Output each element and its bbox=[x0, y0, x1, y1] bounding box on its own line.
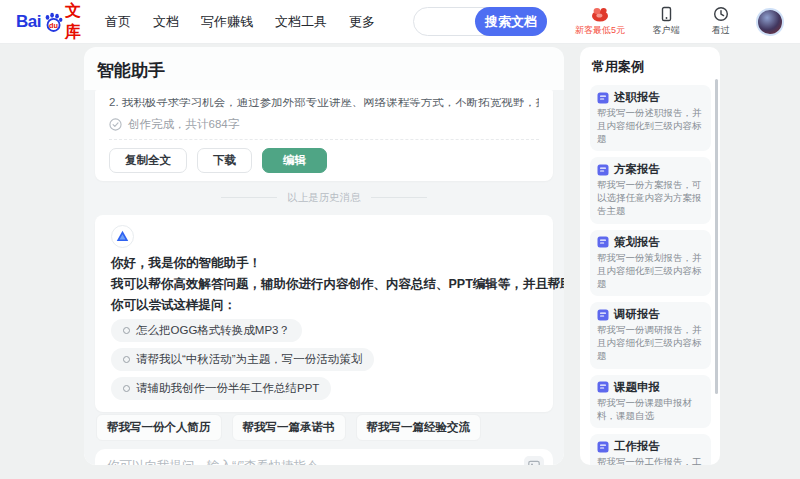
case-desc: 帮我写一份调研报告，并且内容细化到三级内容标题 bbox=[597, 324, 704, 362]
copy-full-text-button[interactable]: 复制全文 bbox=[109, 148, 187, 173]
suggestion-half-year-ppt[interactable]: 请辅助我创作一份半年工作总结PPT bbox=[111, 377, 331, 400]
creation-status-text: 创作完成，共计684字 bbox=[128, 117, 239, 132]
suggestion-bullet-icon bbox=[123, 356, 130, 363]
promo-gift-icon bbox=[590, 6, 610, 22]
check-circle-icon bbox=[109, 118, 122, 131]
promo-label: 新客最低5元 bbox=[575, 24, 625, 37]
assistant-greeting-line-2: 我可以帮你高效解答问题，辅助你进行内容创作、内容总结、PPT编辑等，并且帮助你激… bbox=[111, 275, 537, 293]
page-title: 智能助手 bbox=[84, 53, 564, 90]
quick-prompt-row: 帮我写一份个人简历 帮我写一篇承诺书 帮我写一篇经验交流 bbox=[95, 412, 553, 449]
suggestion-label: 怎么把OGG格式转换成MP3？ bbox=[136, 323, 290, 338]
baidu-paw-icon: du bbox=[42, 11, 64, 33]
nav-item-docs[interactable]: 文档 bbox=[153, 13, 179, 31]
history-message-card: 2. 我积极寻求学习机会，通过参加外部专业讲座、网络课程等方式，不断拓宽视野，提… bbox=[95, 90, 553, 181]
case-title: 述职报告 bbox=[614, 90, 660, 105]
case-card-research-report[interactable]: 调研报告 帮我写一份调研报告，并且内容细化到三级内容标题 bbox=[590, 302, 711, 368]
case-title: 调研报告 bbox=[614, 307, 660, 322]
sidebar-title: 常用案例 bbox=[592, 58, 711, 76]
nav-item-doc-tools[interactable]: 文档工具 bbox=[275, 13, 327, 31]
assistant-greeting-line-3: 你可以尝试这样提问： bbox=[111, 296, 537, 314]
search-docs-button[interactable]: 搜索文档 bbox=[475, 7, 547, 36]
suggestion-label: 请辅助我创作一份半年工作总结PPT bbox=[136, 381, 319, 396]
doc-icon bbox=[597, 236, 609, 248]
top-navbar: Bai du 文库 首页 文档 写作赚钱 文档工具 更多 搜索文档 bbox=[0, 0, 800, 44]
sidebar-scrollbar[interactable] bbox=[715, 79, 718, 394]
user-avatar[interactable] bbox=[756, 8, 784, 36]
suggestion-label: 请帮我以“中秋活动”为主题，写一份活动策划 bbox=[136, 352, 362, 367]
quick-prompt-commitment[interactable]: 帮我写一篇承诺书 bbox=[232, 414, 346, 441]
history-divider-row: 以上是历史消息 bbox=[95, 191, 553, 205]
viewed-label: 看过 bbox=[712, 24, 730, 37]
doc-icon bbox=[597, 309, 609, 321]
divider-line-left bbox=[221, 197, 277, 198]
divider-line-right bbox=[371, 197, 427, 198]
assistant-panel: 智能助手 2. 我积极寻求学习机会，通过参加外部专业讲座、网络课程等方式，不断拓… bbox=[84, 47, 564, 465]
case-desc: 帮我写一份述职报告，并且内容细化到三级内容标题 bbox=[597, 107, 704, 145]
case-card-debrief-report[interactable]: 述职报告 帮我写一份述职报告，并且内容细化到三级内容标题 bbox=[590, 85, 711, 151]
doc-icon bbox=[597, 441, 609, 453]
nav-item-more[interactable]: 更多 bbox=[349, 13, 375, 31]
case-desc: 帮我写一份方案报告，可以选择任意内容为方案报告主题 bbox=[597, 179, 704, 217]
assistant-avatar bbox=[111, 225, 134, 248]
quick-prompt-experience[interactable]: 帮我写一篇经验交流 bbox=[356, 414, 482, 441]
client-label: 客户端 bbox=[653, 24, 680, 37]
edit-button[interactable]: 编辑 bbox=[262, 148, 327, 173]
case-title: 方案报告 bbox=[614, 162, 660, 177]
chat-input-box: 0/400 bbox=[95, 449, 553, 465]
nav-item-home[interactable]: 首页 bbox=[105, 13, 131, 31]
search-bar: 搜索文档 bbox=[413, 7, 547, 36]
case-desc: 帮我写一份课题申报材料，课题自选 bbox=[597, 397, 704, 423]
history-actions-row: 复制全文 下载 编辑 bbox=[109, 148, 539, 173]
clipped-history-text-wrap: 2. 我积极寻求学习机会，通过参加外部专业讲座、网络课程等方式，不断拓宽视野，提… bbox=[109, 98, 539, 110]
case-desc: 帮我写一份策划报告，并且内容细化到三级内容标题 bbox=[597, 252, 704, 290]
chat-area: 2. 我积极寻求学习机会，通过参加外部专业讲座、网络课程等方式，不断拓宽视野，提… bbox=[84, 90, 564, 465]
chat-input[interactable] bbox=[107, 458, 541, 465]
download-button[interactable]: 下载 bbox=[197, 148, 252, 173]
clipped-history-text: 2. 我积极寻求学习机会，通过参加外部专业讲座、网络课程等方式，不断拓宽视野，提… bbox=[109, 98, 539, 110]
doc-icon bbox=[597, 164, 609, 176]
assistant-greeting-card: 你好，我是你的智能助手！ 我可以帮你高效解答问题，辅助你进行内容创作、内容总结、… bbox=[95, 215, 553, 412]
case-card-work-report[interactable]: 工作报告 帮我写一份工作报告，工作类型随机 bbox=[590, 434, 711, 465]
clock-icon bbox=[713, 6, 729, 22]
suggestion-bullet-icon bbox=[123, 385, 130, 392]
suggestion-list: 怎么把OGG格式转换成MP3？ 请帮我以“中秋活动”为主题，写一份活动策划 请辅… bbox=[111, 319, 537, 400]
mobile-phone-icon bbox=[659, 6, 674, 22]
creation-status-row: 创作完成，共计684字 bbox=[109, 117, 539, 132]
wenku-triangle-icon bbox=[116, 230, 129, 242]
suggestion-mid-autumn-plan[interactable]: 请帮我以“中秋活动”为主题，写一份活动策划 bbox=[111, 348, 374, 371]
nav-item-write-earn[interactable]: 写作赚钱 bbox=[201, 13, 253, 31]
case-card-plan-report[interactable]: 方案报告 帮我写一份方案报告，可以选择任意内容为方案报告主题 bbox=[590, 157, 711, 223]
nav-menu: 首页 文档 写作赚钱 文档工具 更多 bbox=[105, 13, 375, 31]
case-card-project-application[interactable]: 课题申报 帮我写一份课题申报材料，课题自选 bbox=[590, 375, 711, 429]
case-title: 工作报告 bbox=[614, 439, 660, 454]
logo-bai-text: Bai bbox=[16, 12, 41, 32]
baidu-wenku-assistant-page: Bai du 文库 首页 文档 写作赚钱 文档工具 更多 搜索文档 bbox=[0, 0, 800, 479]
doc-icon bbox=[597, 92, 609, 104]
upload-image-button[interactable] bbox=[524, 456, 544, 465]
nav-right-actions: 新客最低5元 客户端 看过 bbox=[569, 6, 784, 37]
viewed-history-button[interactable]: 看过 bbox=[701, 6, 741, 37]
quick-prompt-resume[interactable]: 帮我写一份个人简历 bbox=[96, 414, 222, 441]
history-divider-text: 以上是历史消息 bbox=[287, 191, 361, 205]
page-body: 智能助手 2. 我积极寻求学习机会，通过参加外部专业讲座、网络课程等方式，不断拓… bbox=[0, 44, 800, 479]
common-cases-sidebar: 常用案例 述职报告 帮我写一份述职报告，并且内容细化到三级内容标题 方案报告 帮… bbox=[580, 47, 720, 465]
suggestion-ogg-to-mp3[interactable]: 怎么把OGG格式转换成MP3？ bbox=[111, 319, 302, 342]
svg-text:du: du bbox=[49, 20, 58, 29]
dashed-divider bbox=[109, 139, 539, 140]
case-title: 策划报告 bbox=[614, 235, 660, 250]
doc-icon bbox=[597, 381, 609, 393]
case-card-planning-report[interactable]: 策划报告 帮我写一份策划报告，并且内容细化到三级内容标题 bbox=[590, 230, 711, 296]
baidu-wenku-logo[interactable]: Bai du 文库 bbox=[16, 1, 81, 43]
assistant-greeting-line-1: 你好，我是你的智能助手！ bbox=[111, 254, 537, 272]
new-user-promo[interactable]: 新客最低5元 bbox=[569, 6, 631, 37]
picture-icon bbox=[528, 460, 540, 465]
logo-wenku-text: 文库 bbox=[65, 1, 81, 43]
case-title: 课题申报 bbox=[614, 380, 660, 395]
client-app-button[interactable]: 客户端 bbox=[646, 6, 686, 37]
suggestion-bullet-icon bbox=[123, 327, 130, 334]
case-desc: 帮我写一份工作报告，工作类型随机 bbox=[597, 456, 704, 465]
